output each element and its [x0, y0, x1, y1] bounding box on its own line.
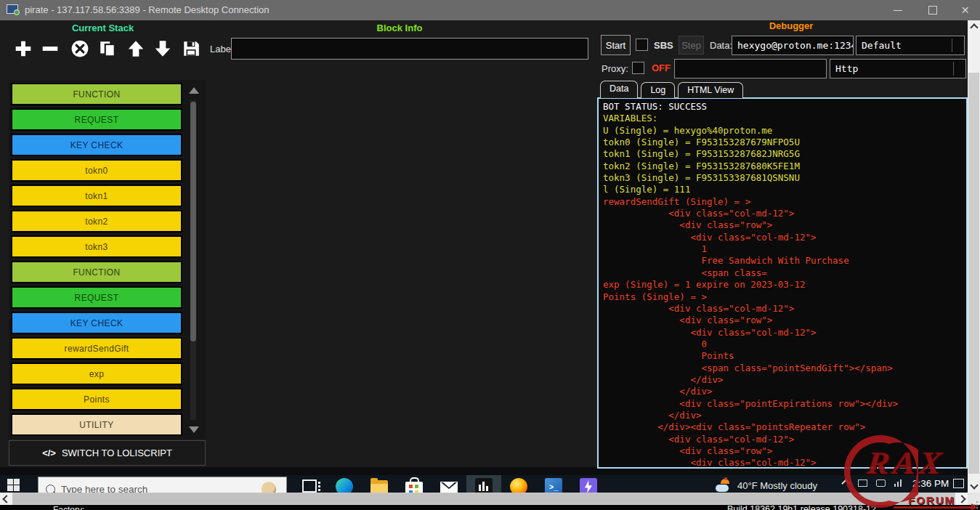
chevron-up-icon	[970, 23, 978, 31]
bolt-icon	[580, 478, 597, 493]
code-icon: </>	[42, 448, 56, 458]
sbs-checkbox[interactable]	[636, 39, 648, 51]
hidden-icons-chevron-icon[interactable]	[841, 479, 851, 488]
search-icon	[46, 485, 55, 493]
search-placeholder: Type here to search	[61, 484, 256, 493]
taskbar-slot-edge[interactable]	[327, 475, 362, 493]
tab-log[interactable]: Log	[641, 82, 675, 98]
weather-text: 40°F Mostly cloudy	[737, 480, 817, 491]
display-tray-icon[interactable]	[876, 479, 886, 487]
edge-icon	[336, 478, 353, 493]
wordlist-type-value: Default	[862, 40, 902, 51]
stack-block-request[interactable]: REQUEST	[11, 108, 182, 131]
stack-block-points[interactable]: Points	[11, 388, 182, 410]
taskbar-slot-powershell[interactable]: >_	[536, 475, 571, 493]
factory-text: Factory:	[53, 505, 84, 510]
stack-block-function[interactable]: FUNCTION	[11, 83, 182, 105]
maximize-button[interactable]	[916, 0, 949, 20]
step-button[interactable]: Step	[679, 36, 704, 54]
clone-block-icon[interactable]	[98, 39, 117, 58]
taskbar-slot-store[interactable]	[397, 475, 432, 493]
console-line: rewardSendGift (Single) = >	[603, 196, 962, 208]
stack-block-tokn3[interactable]: tokn3	[11, 235, 182, 258]
close-icon: ✕	[961, 5, 970, 15]
proxy-checkbox[interactable]	[632, 62, 644, 74]
stack-block-key-check[interactable]: KEY CHECK	[11, 134, 182, 156]
data-input[interactable]: hexygo@proton.me:123456	[732, 36, 854, 55]
taskbar-clock[interactable]: 2:36 PM	[912, 478, 949, 489]
console-line: U (Single) = hexygo%40proton.me	[603, 125, 962, 137]
save-icon[interactable]	[182, 39, 201, 58]
resize-grip[interactable]	[968, 493, 980, 505]
taskbar-slot-folder[interactable]	[362, 475, 397, 493]
scroll-up-icon[interactable]	[189, 87, 199, 94]
vertical-scroll-thumb[interactable]	[968, 73, 979, 474]
taskbar-search-input[interactable]: Type here to search	[38, 477, 287, 493]
proxy-input[interactable]	[674, 59, 827, 78]
scroll-left-button[interactable]	[0, 493, 12, 505]
proxy-status: OFF	[652, 62, 671, 73]
switch-to-loliscript-button[interactable]: </> SWITCH TO LOLISCRIPT	[9, 440, 206, 466]
console-line: <div class="col-md-12">	[603, 303, 962, 315]
console-line: <span class="pointSendGift"></span>	[603, 363, 962, 374]
label-input[interactable]	[231, 38, 588, 60]
delete-icon[interactable]	[70, 39, 89, 58]
stack-block-tokn0[interactable]: tokn0	[11, 159, 182, 182]
close-button[interactable]: ✕	[949, 0, 980, 20]
taskbar-slot-openbullet[interactable]	[466, 475, 501, 493]
scroll-down-button[interactable]	[968, 480, 980, 493]
rdp-tray-icon[interactable]	[858, 479, 867, 487]
wordlist-type-select[interactable]: Default	[856, 36, 965, 55]
taskbar-slot-taskview[interactable]	[292, 475, 327, 493]
taskbar-slot-bolt[interactable]	[571, 475, 606, 493]
rdp-vertical-scrollbar[interactable]	[968, 20, 980, 493]
system-tray	[843, 479, 903, 487]
console-line: Points (Single) = >	[603, 291, 962, 303]
scroll-thumb[interactable]	[190, 102, 196, 341]
tab-html-view[interactable]: HTML View	[678, 82, 743, 98]
console-line: </div>	[603, 386, 962, 397]
taskbar-slot-mail[interactable]	[432, 475, 466, 493]
horizontal-scroll-thumb[interactable]	[12, 493, 913, 504]
move-up-icon[interactable]	[126, 39, 145, 58]
stack-scrollbar[interactable]	[186, 83, 201, 437]
rdp-app-icon	[7, 4, 20, 15]
scroll-up-button[interactable]	[968, 20, 980, 33]
network-tray-icon[interactable]	[894, 479, 903, 487]
scroll-right-button[interactable]	[955, 493, 968, 505]
add-block-icon[interactable]	[14, 39, 33, 58]
rdp-horizontal-scrollbar[interactable]	[0, 493, 968, 505]
taskbar: Type here to search >_ 40°F Mostly cloud…	[0, 475, 968, 493]
stack-block-tokn1[interactable]: tokn1	[11, 185, 182, 207]
remove-block-icon[interactable]	[41, 39, 60, 58]
console-line: <div class="pointExpirations row"></div>	[603, 398, 962, 410]
console-output: BOT STATUS: SUCCESSVARIABLES:U (Single) …	[597, 97, 968, 469]
stack-block-request[interactable]: REQUEST	[11, 286, 182, 309]
proxy-type-select[interactable]: Http	[830, 59, 966, 78]
stack-block-utility[interactable]: UTILITY	[11, 413, 182, 436]
stack-block-rewardsendgift[interactable]: rewardSendGift	[11, 337, 182, 360]
action-center-icon[interactable]	[953, 479, 964, 488]
taskbar-slot-firefox[interactable]	[501, 475, 536, 493]
taskbar-weather[interactable]: 40°F Mostly cloudy	[716, 479, 817, 492]
start-button-windows[interactable]	[7, 479, 20, 491]
console-line: tokn2 (Single) = F953153287680K5FE1M	[603, 161, 962, 172]
tab-data[interactable]: Data	[600, 81, 638, 98]
store-icon	[405, 482, 423, 493]
console-line: <div class="col-md-12">	[603, 434, 962, 445]
scroll-down-icon[interactable]	[189, 426, 199, 433]
move-down-icon[interactable]	[153, 39, 172, 58]
search-highlight-icon[interactable]	[262, 482, 276, 493]
console-line: 1	[603, 243, 962, 255]
rdp-titlebar[interactable]: pirate - 137.117.58.56:3389 - Remote Des…	[0, 0, 980, 20]
start-button[interactable]: Start	[601, 35, 631, 55]
stack-block-tokn2[interactable]: tokn2	[11, 210, 182, 232]
console-line: VARIABLES:	[603, 113, 962, 124]
console-line: tokn0 (Single) = F953153287679NFPO5U	[603, 137, 962, 148]
minimize-button[interactable]	[881, 0, 914, 20]
stack-block-key-check[interactable]: KEY CHECK	[11, 312, 182, 334]
powershell-icon: >_	[545, 478, 562, 493]
console-line: l (Single) = 111	[603, 184, 962, 195]
stack-block-exp[interactable]: exp	[11, 363, 182, 385]
stack-block-function[interactable]: FUNCTION	[11, 261, 182, 283]
